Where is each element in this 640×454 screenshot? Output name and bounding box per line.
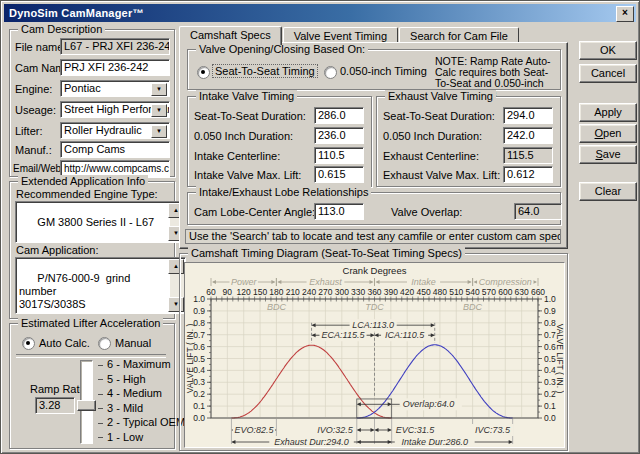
svg-text:Crank Degrees: Crank Degrees bbox=[343, 265, 407, 276]
slider-scale-label: 1 - Low bbox=[98, 431, 143, 443]
slider-thumb[interactable] bbox=[77, 400, 96, 411]
intake-timing-legend: Intake Valve Timing bbox=[196, 90, 297, 102]
svg-text:210: 210 bbox=[286, 287, 300, 297]
svg-text:270: 270 bbox=[318, 287, 332, 297]
svg-text:IVO:32.5: IVO:32.5 bbox=[317, 425, 354, 435]
svg-text:420: 420 bbox=[400, 287, 414, 297]
svg-text:Intake Dur:286.0: Intake Dur:286.0 bbox=[401, 437, 468, 447]
exhaust-max-lift-field[interactable]: 0.612 bbox=[503, 166, 553, 183]
lobe-relationships-legend: Intake/Exhaust Lobe Relationships bbox=[196, 186, 371, 198]
exhaust-max-lift-label: Exhaust Valve Max. Lift: bbox=[383, 169, 500, 181]
cam-application-label: Cam Application: bbox=[16, 244, 99, 256]
lobe-center-angle-field[interactable]: 113.0 bbox=[314, 203, 364, 220]
svg-text:Exhaust: Exhaust bbox=[309, 277, 342, 287]
intake-s2s-duration-label: Seat-To-Seat Duration: bbox=[194, 110, 306, 122]
svg-text:1.0: 1.0 bbox=[193, 294, 205, 304]
tab-camshaft-specs[interactable]: Camshaft Specs bbox=[179, 26, 282, 45]
auto-calc-label: Auto Calc. bbox=[39, 337, 90, 349]
svg-text:BDC: BDC bbox=[267, 302, 287, 312]
svg-text:330: 330 bbox=[351, 287, 365, 297]
svg-text:240: 240 bbox=[302, 287, 316, 297]
engine-type-textbox[interactable]: GM 3800 Series II - L67 ▲ ▼ bbox=[15, 201, 186, 243]
ok-button[interactable]: OK bbox=[579, 41, 637, 60]
svg-text:0.0: 0.0 bbox=[544, 413, 556, 423]
intake-050-duration-field[interactable]: 236.0 bbox=[314, 127, 364, 144]
inch-timing-radio-label[interactable]: 0.050-inch Timing bbox=[340, 65, 427, 77]
cancel-button[interactable]: Cancel bbox=[579, 64, 637, 83]
intake-050-duration-label: 0.050 Inch Duration: bbox=[194, 130, 293, 142]
lifter-combo[interactable]: Roller Hydraulic ▼ bbox=[60, 122, 170, 139]
svg-text:0.5: 0.5 bbox=[544, 354, 556, 364]
svg-text:Exhaust Dur:294.0: Exhaust Dur:294.0 bbox=[274, 437, 349, 447]
intake-max-lift-label: Intake Valve Max. Lift: bbox=[194, 169, 301, 181]
svg-text:360: 360 bbox=[367, 287, 381, 297]
inch-timing-radio[interactable] bbox=[324, 66, 337, 79]
intake-centerline-field[interactable]: 110.5 bbox=[314, 147, 364, 164]
open-button[interactable]: Open bbox=[579, 124, 637, 143]
svg-text:0.7: 0.7 bbox=[544, 330, 556, 340]
svg-text:LCA:113.0: LCA:113.0 bbox=[352, 320, 394, 330]
exhaust-valve-timing-group: Exhaust Valve Timing Seat-To-Seat Durati… bbox=[376, 96, 561, 187]
file-name-label: File name: bbox=[15, 41, 66, 53]
svg-text:Intake: Intake bbox=[411, 277, 436, 287]
svg-text:0.3: 0.3 bbox=[544, 377, 556, 387]
manual-radio[interactable] bbox=[98, 337, 111, 350]
useage-label: Useage: bbox=[15, 104, 56, 116]
svg-text:Overlap:64.0: Overlap:64.0 bbox=[403, 399, 455, 409]
svg-text:VALVE LIFT ( IN. ): VALVE LIFT ( IN. ) bbox=[555, 324, 564, 394]
engine-dropdown-icon[interactable]: ▼ bbox=[151, 83, 167, 96]
extended-application-legend: Extended Application Info bbox=[18, 175, 148, 187]
valve-overlap-label: Valve Overlap: bbox=[391, 206, 462, 218]
lobe-center-angle-label: Cam Lobe-Center Angle: bbox=[194, 206, 315, 218]
slider-scale-label: 4 - Medium bbox=[98, 387, 162, 399]
useage-combo[interactable]: Street High Performance ▼ bbox=[60, 101, 170, 118]
lifter-label: Lifter: bbox=[15, 125, 43, 137]
lifter-dropdown-icon[interactable]: ▼ bbox=[151, 125, 167, 138]
seat-to-seat-radio[interactable] bbox=[197, 66, 210, 79]
svg-text:1.0: 1.0 bbox=[544, 294, 556, 304]
dynosim-cammanager-window: DynoSim CamManager™ × Cam Description Fi… bbox=[0, 0, 640, 454]
svg-text:390: 390 bbox=[384, 287, 398, 297]
close-icon[interactable]: × bbox=[616, 6, 634, 22]
svg-text:60: 60 bbox=[206, 287, 216, 297]
lifter-acceleration-group: Estimated Lifter Acceleration Auto Calc.… bbox=[9, 323, 175, 449]
apply-button[interactable]: Apply bbox=[579, 103, 637, 122]
title-bar[interactable]: DynoSim CamManager™ × bbox=[4, 4, 636, 22]
exhaust-050-duration-field[interactable]: 242.0 bbox=[503, 127, 553, 144]
cam-application-textbox[interactable]: P/N76-000-9 grind number 3017S/3038S ▲ ▼ bbox=[15, 257, 186, 314]
timing-diagram-svg: BDCTDCBDCLCA:113.0ECA:115.5ICA:110.5Over… bbox=[185, 263, 564, 447]
intake-s2s-duration-field[interactable]: 286.0 bbox=[314, 107, 364, 124]
exhaust-s2s-duration-field[interactable]: 294.0 bbox=[503, 107, 553, 124]
svg-text:BDC: BDC bbox=[463, 302, 483, 312]
useage-dropdown-icon[interactable]: ▼ bbox=[151, 104, 167, 117]
slider-scale-label: 3 - Mild bbox=[98, 402, 143, 414]
intake-max-lift-field[interactable]: 0.615 bbox=[314, 166, 364, 183]
svg-text:0.1: 0.1 bbox=[544, 401, 556, 411]
engine-combo[interactable]: Pontiac ▼ bbox=[60, 80, 170, 97]
email-web-label: Email/Web: bbox=[13, 163, 64, 174]
svg-text:ICA:110.5: ICA:110.5 bbox=[385, 330, 425, 340]
clear-button[interactable]: Clear bbox=[579, 182, 637, 201]
exhaust-centerline-field: 115.5 bbox=[503, 147, 553, 164]
save-button[interactable]: Save bbox=[579, 145, 637, 164]
exhaust-050-duration-label: 0.050 Inch Duration: bbox=[383, 130, 482, 142]
svg-text:0.1: 0.1 bbox=[193, 401, 205, 411]
based-on-group: Valve Opening/Closing Based On: Seat-To-… bbox=[187, 49, 561, 90]
manuf-label: Manuf.: bbox=[15, 144, 52, 156]
svg-text:EVC:31.5: EVC:31.5 bbox=[396, 425, 436, 435]
lifter-acceleration-legend: Estimated Lifter Acceleration bbox=[18, 317, 163, 329]
svg-text:ECA:115.5: ECA:115.5 bbox=[322, 330, 366, 340]
svg-text:IVC:73.5: IVC:73.5 bbox=[475, 425, 511, 435]
window-title: DynoSim CamManager™ bbox=[9, 7, 144, 19]
slider-scale-label: 2 - Typical OEM bbox=[98, 416, 185, 428]
cam-description-legend: Cam Description bbox=[18, 23, 105, 35]
svg-text:0.2: 0.2 bbox=[544, 389, 556, 399]
ramp-rate-value: 3.28 bbox=[35, 397, 75, 414]
auto-calc-radio[interactable] bbox=[22, 337, 35, 350]
cam-name-field[interactable]: PRJ XFI 236-242 bbox=[60, 59, 170, 76]
seat-to-seat-radio-label[interactable]: Seat-To-Seat Timing bbox=[213, 65, 317, 77]
svg-text:150: 150 bbox=[253, 287, 267, 297]
svg-text:570: 570 bbox=[482, 287, 496, 297]
manuf-field[interactable]: Comp Cams bbox=[60, 141, 170, 158]
svg-text:90: 90 bbox=[223, 287, 233, 297]
